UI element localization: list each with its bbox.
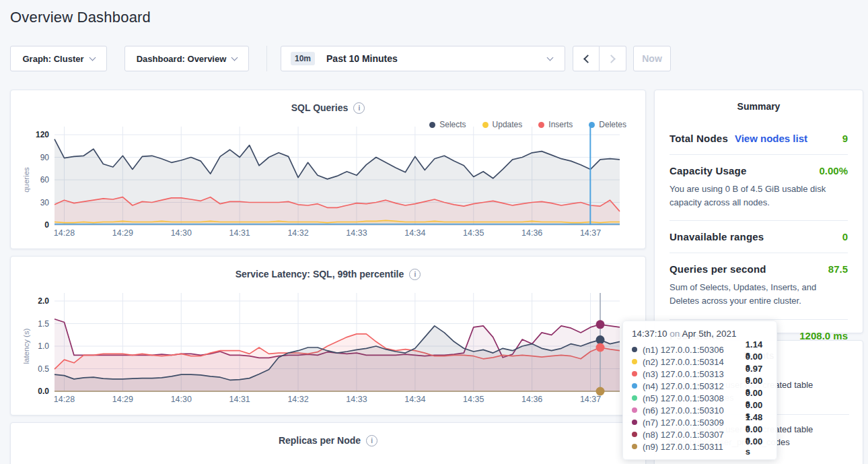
qps-label: Queries per second [670, 263, 766, 275]
qps-value: 87.5 [828, 263, 848, 275]
svg-text:14:28: 14:28 [54, 228, 75, 238]
series-dot-icon [632, 383, 637, 389]
svg-text:14:34: 14:34 [404, 395, 425, 404]
tooltip-node-label: (n1) 127.0.0.1:50306 [643, 345, 740, 355]
page-title: Overview Dashboard [10, 9, 151, 26]
tooltip-node-label: (n5) 127.0.0.1:50308 [643, 393, 740, 403]
svg-text:14:28: 14:28 [54, 395, 75, 404]
controls-divider [266, 46, 267, 71]
divider [670, 154, 848, 155]
svg-text:queries: queries [22, 167, 30, 193]
replicas-panel: Replicas per Nodei [10, 422, 646, 464]
time-next-button[interactable] [600, 46, 626, 71]
capacity-usage-value: 0.00% [819, 165, 848, 176]
tooltip-rows: (n1) 127.0.0.1:503061.14 s(n2) 127.0.0.1… [632, 343, 768, 453]
series-dot-icon [632, 359, 637, 364]
svg-text:14:35: 14:35 [463, 395, 484, 404]
capacity-usage-label: Capacity Usage [670, 165, 747, 176]
svg-text:14:33: 14:33 [346, 395, 367, 404]
total-nodes-label: Total Nodes [670, 133, 728, 144]
dashboard-dropdown[interactable]: Dashboard: Overview [124, 46, 249, 71]
tooltip-row: (n9) 127.0.0.1:503110.00 s [632, 440, 768, 453]
svg-text:14:35: 14:35 [463, 228, 484, 238]
info-icon[interactable]: i [366, 435, 377, 446]
summary-panel: Summary Total Nodes View nodes list 9 Ca… [654, 90, 863, 333]
svg-text:14:29: 14:29 [112, 228, 133, 238]
summary-row-unavailable: Unavailable ranges 0 [670, 225, 848, 248]
view-nodes-list-link[interactable]: View nodes list [735, 133, 807, 144]
svg-text:1.5: 1.5 [38, 319, 49, 329]
qps-desc: Sum of Selects, Updates, Inserts, and De… [670, 281, 848, 314]
chevron-down-icon [547, 54, 554, 61]
chevron-left-icon [583, 55, 592, 63]
tooltip-node-label: (n9) 127.0.0.1:50311 [643, 442, 740, 452]
series-dot-icon [632, 432, 637, 437]
chevron-down-icon [231, 54, 238, 61]
svg-text:14:30: 14:30 [171, 395, 192, 404]
svg-text:14:33: 14:33 [346, 228, 367, 238]
tooltip-timestamp: 14:37:10 on Apr 5th, 2021 [632, 329, 768, 339]
chevron-right-icon [607, 55, 616, 63]
svg-text:14:34: 14:34 [404, 228, 425, 238]
svg-text:14:37: 14:37 [580, 395, 601, 404]
dashboard-dropdown-label: Dashboard: Overview [137, 54, 227, 64]
series-dot-icon [632, 371, 637, 376]
time-prev-button[interactable] [573, 46, 600, 71]
p99-latency-value: 1208.0 ms [799, 330, 848, 341]
tooltip-node-label: (n7) 127.0.0.1:50309 [643, 418, 740, 428]
time-range-badge: 10m [291, 52, 315, 65]
series-dot-icon [632, 420, 637, 425]
svg-text:90: 90 [40, 153, 50, 162]
svg-text:14:36: 14:36 [521, 228, 542, 238]
svg-text:0.5: 0.5 [38, 364, 49, 374]
graph-dropdown-label: Graph: Cluster [22, 54, 83, 64]
tooltip-node-label: (n3) 127.0.0.1:50313 [643, 369, 740, 379]
svg-text:14:37: 14:37 [580, 228, 601, 238]
divider [670, 253, 848, 253]
series-dot-icon [632, 395, 637, 401]
svg-text:14:36: 14:36 [521, 395, 542, 404]
svg-text:14:31: 14:31 [229, 228, 250, 238]
tooltip-node-label: (n2) 127.0.0.1:50314 [643, 357, 740, 367]
svg-text:120: 120 [36, 130, 49, 139]
replicas-title-text: Replicas per Node [279, 435, 361, 446]
summary-title: Summary [670, 101, 848, 112]
latency-chart[interactable]: 0.00.51.01.52.014:2814:2914:3014:3114:32… [11, 257, 647, 416]
summary-row-total-nodes: Total Nodes View nodes list 9 [670, 127, 848, 150]
tooltip-conj: on [670, 329, 680, 339]
summary-row-capacity: Capacity Usage 0.00% [670, 159, 848, 183]
now-button-label: Now [642, 53, 662, 64]
tooltip-node-label: (n8) 127.0.0.1:50307 [643, 430, 740, 440]
graph-dropdown[interactable]: Graph: Cluster [10, 46, 107, 71]
svg-text:14:29: 14:29 [112, 395, 133, 404]
chart-hover-tooltip: 14:37:10 on Apr 5th, 2021 (n1) 127.0.0.1… [622, 321, 777, 460]
svg-text:30: 30 [40, 198, 50, 207]
svg-text:latency (s): latency (s) [22, 328, 30, 364]
total-nodes-value: 9 [842, 133, 848, 144]
series-dot-icon [632, 444, 637, 449]
series-dot-icon [632, 407, 637, 413]
sql-queries-chart[interactable]: 030609012014:2814:2914:3014:3114:3214:33… [11, 90, 647, 250]
tooltip-date: Apr 5th, 2021 [682, 329, 736, 339]
capacity-usage-desc: You are using 0 B of 4.5 GiB usable disk… [670, 183, 848, 216]
summary-row-qps: Queries per second 87.5 [670, 257, 848, 281]
chevron-down-icon [89, 54, 96, 61]
svg-text:0: 0 [44, 220, 49, 230]
sql-queries-panel: SQL Queriesi SelectsUpdatesInsertsDelete… [10, 90, 646, 249]
tooltip-node-label: (n6) 127.0.0.1:50310 [643, 405, 740, 416]
replicas-title: Replicas per Nodei [11, 434, 645, 446]
now-button[interactable]: Now [633, 46, 671, 71]
unavailable-ranges-label: Unavailable ranges [670, 231, 764, 242]
latency-panel: Service Latency: SQL, 99th percentilei 0… [10, 256, 646, 416]
time-pager [573, 46, 626, 71]
tooltip-node-label: (n4) 127.0.0.1:50312 [643, 381, 740, 391]
tooltip-time: 14:37:10 [632, 329, 667, 339]
tooltip-node-value: 0.00 s [746, 436, 768, 457]
divider [670, 220, 848, 221]
unavailable-ranges-value: 0 [842, 231, 848, 242]
svg-text:2.0: 2.0 [38, 296, 49, 306]
svg-text:14:32: 14:32 [287, 395, 308, 404]
time-range-dropdown[interactable]: 10m Past 10 Minutes [281, 46, 565, 71]
svg-text:0.0: 0.0 [38, 387, 49, 396]
series-dot-icon [632, 347, 637, 352]
